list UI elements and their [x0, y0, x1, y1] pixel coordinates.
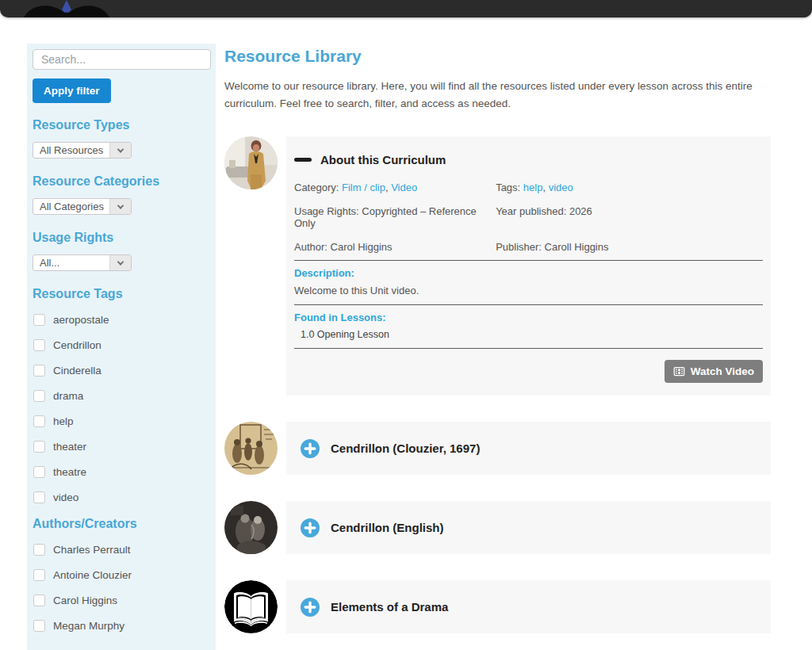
- tag-checkbox-cendrillon[interactable]: Cendrillon: [33, 339, 211, 351]
- tag-checkbox-drama[interactable]: drama: [33, 390, 211, 402]
- tag-checkbox-video[interactable]: video: [33, 491, 211, 503]
- checkbox[interactable]: [33, 441, 45, 453]
- checkbox[interactable]: [33, 491, 45, 503]
- chevron-down-icon: [109, 255, 131, 270]
- checkbox[interactable]: [33, 365, 45, 377]
- resource-categories-selected-value: All Categories: [33, 199, 109, 214]
- category-link[interactable]: Film / clip: [342, 182, 385, 193]
- tag-label: theater: [53, 441, 86, 453]
- author-checkbox-antoine-clouzier[interactable]: Antoine Clouzier: [33, 569, 211, 581]
- checkbox[interactable]: [33, 620, 45, 632]
- resource-card-collapsed[interactable]: Cendrillon (Clouzier, 1697): [286, 422, 771, 475]
- tag-link[interactable]: video: [549, 182, 573, 193]
- checkbox[interactable]: [33, 390, 45, 402]
- page-content: Apply filter Resource Types All Resource…: [0, 17, 812, 650]
- author-checkbox-megan-murphy[interactable]: Megan Murphy: [33, 620, 211, 632]
- checkbox[interactable]: [33, 544, 45, 556]
- expand-plus-icon[interactable]: [301, 518, 320, 537]
- resource-thumbnail-engraving-sepia: [224, 422, 278, 475]
- checkbox[interactable]: [33, 466, 45, 478]
- tag-link[interactable]: help: [523, 182, 543, 193]
- year-value: 2026: [569, 205, 592, 217]
- expand-plus-icon[interactable]: [301, 598, 320, 617]
- publisher-value: Caroll Higgins: [545, 241, 609, 253]
- checkbox[interactable]: [33, 339, 45, 351]
- lesson-link[interactable]: 1.0 Opening Lesson: [301, 329, 763, 340]
- tag-label: video: [53, 491, 79, 503]
- card-footer: Watch Video: [294, 355, 763, 388]
- top-navigation-bar: [0, 0, 812, 17]
- resource-thumbnail-video: [224, 136, 278, 189]
- tag-label: theatre: [53, 466, 86, 478]
- checkbox[interactable]: [33, 314, 45, 326]
- separator: ,: [542, 182, 546, 193]
- resource-meta: Category: Film / clip, Video Tags: help,…: [294, 182, 763, 253]
- separator: ,: [385, 182, 389, 193]
- resource-title: Cendrillon (Clouzier, 1697): [331, 442, 480, 455]
- resource-row-elements-of-drama: Elements of a Drama: [224, 580, 771, 633]
- chevron-down-icon: [109, 199, 131, 214]
- resource-row-cendrillon-english: Cendrillon (English): [224, 501, 771, 554]
- resource-accordion-header[interactable]: About this Curriculum: [294, 153, 763, 166]
- tag-checkbox-help[interactable]: help: [33, 415, 211, 427]
- chevron-down-icon: [109, 143, 131, 158]
- usage-rights-selected-value: All...: [33, 255, 109, 270]
- resource-row-cendrillon-clouzier: Cendrillon (Clouzier, 1697): [224, 422, 771, 475]
- category-link[interactable]: Video: [391, 182, 417, 193]
- category-label: Category:: [294, 182, 339, 193]
- tag-checkbox-aeropostale[interactable]: aeropostale: [33, 314, 211, 326]
- apply-filter-button[interactable]: Apply filter: [33, 78, 111, 103]
- author-value: Carol Higgins: [331, 241, 393, 253]
- resource-title: Elements of a Drama: [331, 600, 448, 614]
- resource-thumbnail-book: [224, 580, 278, 633]
- meta-author: Author: Carol Higgins: [294, 241, 496, 253]
- meta-publisher: Publisher: Caroll Higgins: [496, 241, 763, 253]
- meta-year-published: Year published: 2026: [496, 205, 763, 229]
- checkbox[interactable]: [33, 569, 45, 581]
- authors-creators-heading: Authors/Creators: [33, 517, 211, 531]
- tag-checkbox-cinderella[interactable]: Cinderella: [33, 365, 211, 377]
- resource-title: About this Curriculum: [320, 153, 446, 166]
- watch-video-label: Watch Video: [691, 365, 754, 377]
- author-checkbox-carol-higgins[interactable]: Carol Higgins: [33, 595, 211, 606]
- film-icon: [673, 365, 685, 377]
- tag-checkbox-theater[interactable]: theater: [33, 441, 211, 453]
- resource-tags-list: aeropostale Cendrillon Cinderella drama …: [33, 314, 211, 503]
- resource-types-select[interactable]: All Resources: [33, 142, 132, 159]
- search-input[interactable]: [33, 49, 211, 70]
- resource-library-main: Resource Library Welcome to our resource…: [224, 44, 771, 650]
- page-title: Resource Library: [224, 47, 771, 66]
- checkbox[interactable]: [33, 415, 45, 427]
- resource-tags-heading: Resource Tags: [33, 287, 211, 301]
- year-label: Year published:: [496, 205, 566, 217]
- author-label: Carol Higgins: [53, 595, 117, 606]
- resource-types-selected-value: All Resources: [33, 143, 109, 158]
- tag-label: Cinderella: [53, 365, 102, 377]
- divider: [294, 260, 763, 261]
- usage-rights-label: Usage Rights:: [294, 205, 359, 217]
- resource-card-collapsed[interactable]: Elements of a Drama: [286, 580, 771, 633]
- meta-tags: Tags: help, video: [496, 182, 763, 193]
- site-logo-icon[interactable]: [22, 0, 111, 17]
- resource-types-heading: Resource Types: [33, 118, 211, 132]
- intro-text: Welcome to our resource library. Here, y…: [224, 78, 771, 112]
- meta-category: Category: Film / clip, Video: [294, 182, 496, 193]
- resource-categories-select[interactable]: All Categories: [33, 198, 132, 215]
- usage-rights-select[interactable]: All...: [33, 254, 132, 271]
- author-checkbox-charles-perrault[interactable]: Charles Perrault: [33, 544, 211, 556]
- collapse-minus-icon[interactable]: [294, 158, 312, 162]
- tags-label: Tags:: [496, 182, 520, 193]
- description-label: Description:: [294, 267, 763, 279]
- author-label: Charles Perrault: [53, 544, 131, 556]
- resource-card-expanded: About this Curriculum Category: Film / c…: [286, 136, 771, 396]
- description-text: Welcome to this Unit video.: [294, 285, 763, 296]
- author-label: Megan Murphy: [53, 620, 124, 632]
- found-in-lessons-label: Found in Lessons:: [294, 312, 763, 323]
- checkbox[interactable]: [33, 595, 45, 606]
- expand-plus-icon[interactable]: [301, 439, 320, 458]
- meta-usage-rights: Usage Rights: Copyrighted – Reference On…: [294, 205, 496, 229]
- divider: [294, 304, 763, 305]
- watch-video-button[interactable]: Watch Video: [665, 360, 763, 383]
- tag-checkbox-theatre[interactable]: theatre: [33, 466, 211, 478]
- resource-card-collapsed[interactable]: Cendrillon (English): [286, 501, 771, 554]
